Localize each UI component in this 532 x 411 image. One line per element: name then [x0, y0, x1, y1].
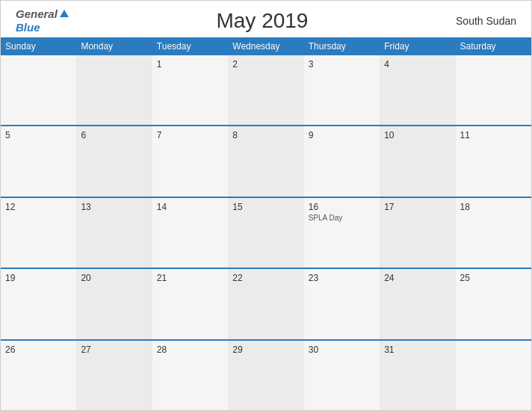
day-cell-w2-d2: 14 [152, 198, 228, 268]
day-number: 31 [384, 344, 451, 355]
day-saturday: Saturday [456, 37, 531, 55]
day-number: 26 [5, 344, 72, 355]
logo: General Blue [16, 8, 69, 34]
day-cell-w1-d0: 5 [1, 126, 76, 196]
day-sunday: Sunday [1, 37, 76, 55]
day-cell-w4-d6 [456, 341, 531, 410]
day-number: 28 [157, 344, 223, 355]
day-number: 10 [384, 130, 451, 140]
day-monday: Monday [76, 37, 152, 55]
day-cell-w1-d2: 7 [152, 126, 228, 196]
day-cell-w0-d1 [76, 55, 152, 125]
week-row-3: 19202122232425 [1, 268, 531, 339]
day-cell-w0-d3: 2 [228, 55, 303, 125]
day-cell-w0-d2: 1 [152, 55, 228, 125]
calendar-container: General Blue May 2019 South Sudan Sunday… [0, 0, 532, 411]
day-cell-w1-d5: 10 [380, 126, 455, 196]
day-number: 4 [384, 59, 451, 69]
day-number: 15 [232, 202, 299, 212]
day-cell-w1-d1: 6 [76, 126, 152, 196]
day-friday: Friday [380, 37, 455, 55]
day-cell-w3-d2: 21 [152, 269, 228, 339]
day-number: 29 [232, 344, 299, 355]
day-number: 13 [81, 202, 147, 212]
day-number: 1 [157, 59, 223, 69]
calendar-body: 12345678910111213141516SPLA Day171819202… [1, 55, 531, 410]
day-number: 27 [81, 344, 147, 355]
day-cell-w4-d1: 27 [76, 341, 152, 410]
day-cell-w3-d3: 22 [228, 269, 303, 339]
day-number: 5 [5, 130, 72, 140]
holiday-label: SPLA Day [309, 214, 375, 222]
day-cell-w3-d1: 20 [76, 269, 152, 339]
day-number: 21 [157, 273, 223, 283]
week-row-1: 567891011 [1, 125, 531, 196]
day-cell-w4-d3: 29 [228, 341, 303, 410]
day-cell-w1-d3: 8 [228, 126, 303, 196]
day-number: 11 [460, 130, 527, 140]
day-thursday: Thursday [304, 37, 380, 55]
month-title: May 2019 [216, 9, 308, 33]
day-number: 2 [232, 59, 299, 69]
day-cell-w4-d4: 30 [304, 341, 380, 410]
day-cell-w1-d6: 11 [456, 126, 531, 196]
country-label: South Sudan [456, 15, 516, 27]
day-cell-w0-d6 [456, 55, 531, 125]
day-number: 18 [460, 202, 527, 212]
day-cell-w2-d6: 18 [456, 198, 531, 268]
week-row-4: 262728293031 [1, 339, 531, 410]
day-cell-w2-d3: 15 [228, 198, 303, 268]
day-number: 24 [384, 273, 451, 283]
day-number: 25 [460, 273, 527, 283]
day-number: 7 [157, 130, 223, 140]
day-cell-w2-d0: 12 [1, 198, 76, 268]
day-cell-w3-d0: 19 [1, 269, 76, 339]
day-number: 30 [309, 344, 375, 355]
day-cell-w0-d5: 4 [380, 55, 455, 125]
day-cell-w4-d0: 26 [1, 341, 76, 410]
day-number: 14 [157, 202, 223, 212]
day-number: 12 [5, 202, 72, 212]
day-cell-w2-d5: 17 [380, 198, 455, 268]
day-cell-w2-d4: 16SPLA Day [304, 198, 380, 268]
day-number: 23 [309, 273, 375, 283]
week-row-0: 1234 [1, 55, 531, 125]
day-cell-w2-d1: 13 [76, 198, 152, 268]
day-number: 8 [232, 130, 299, 140]
day-number: 9 [309, 130, 375, 140]
day-number: 17 [384, 202, 451, 212]
day-cell-w4-d5: 31 [380, 341, 455, 410]
calendar-header: General Blue May 2019 South Sudan [1, 1, 531, 37]
day-cell-w3-d6: 25 [456, 269, 531, 339]
day-cell-w3-d4: 23 [304, 269, 380, 339]
day-number: 3 [309, 59, 375, 69]
day-cell-w0-d0 [1, 55, 76, 125]
days-header: Sunday Monday Tuesday Wednesday Thursday… [1, 37, 531, 55]
logo-blue-text: Blue [16, 21, 40, 34]
week-row-2: 1213141516SPLA Day1718 [1, 197, 531, 268]
day-number: 22 [232, 273, 299, 283]
day-cell-w0-d4: 3 [304, 55, 380, 125]
logo-general-text: General [16, 8, 58, 21]
day-number: 20 [81, 273, 147, 283]
day-wednesday: Wednesday [228, 37, 303, 55]
day-number: 19 [5, 273, 72, 283]
day-cell-w3-d5: 24 [380, 269, 455, 339]
day-tuesday: Tuesday [152, 37, 228, 55]
day-number: 16 [309, 202, 375, 212]
day-cell-w4-d2: 28 [152, 341, 228, 410]
day-cell-w1-d4: 9 [304, 126, 380, 196]
day-number: 6 [81, 130, 147, 140]
logo-triangle-icon [60, 10, 69, 17]
